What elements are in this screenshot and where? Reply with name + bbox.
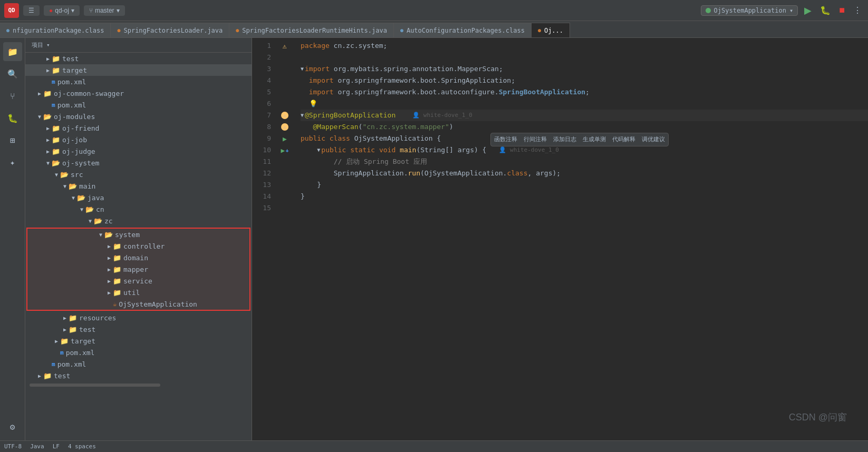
java-class-icon: ☕ [113, 300, 117, 308]
app-logo: QD [4, 3, 19, 18]
more-button[interactable]: ⋮ [851, 3, 864, 17]
tree-item-src[interactable]: ▼ 📂 src [25, 169, 252, 180]
tree-item-OjSystemApplication[interactable]: ☕ OjSystemApplication [27, 298, 249, 310]
folder-icon-judge: 📁 [52, 148, 60, 155]
folder-open-main: 📂 [69, 182, 77, 190]
tree-item-oj-judge[interactable]: ▶ 📁 oj-judge [25, 145, 252, 157]
code-line-13: } [301, 179, 868, 191]
tree-item-oj-job[interactable]: ▶ 📁 oj-job [25, 134, 252, 145]
activity-debug[interactable]: 🐛 [3, 109, 22, 127]
tree-item-pom2[interactable]: m pom.xml [25, 99, 252, 111]
activity-bar: 📁 🔍 ⑂ 🐛 ⊞ ✦ ⚙ [0, 38, 25, 440]
tree-item-mapper[interactable]: ▶ 📁 mapper [27, 263, 249, 275]
tree-item-oj-modules[interactable]: ▼ 📂 oj-modules [25, 111, 252, 122]
folder-icon-resources: 📁 [69, 314, 77, 322]
tab-SpringFactoriesLoader[interactable]: ● SpringFactoriesLoader.java [111, 23, 229, 37]
activity-settings[interactable]: ⚙ [3, 417, 22, 436]
tree-item-pom4[interactable]: m pom.xml [25, 358, 252, 370]
code-line-4: import org.springframework.boot.SpringAp… [301, 75, 868, 86]
gutter-icon-line9[interactable]: ▶ [277, 133, 292, 144]
titlebar: QD ☰ ● qd-oj ▾ ⑂ master ▾ OjSystemApplic… [0, 0, 868, 21]
tree-item-util[interactable]: ▶ 📁 util [27, 287, 249, 298]
folder-icon-job: 📁 [52, 136, 60, 144]
tree-item-service[interactable]: ▶ 📁 service [27, 275, 249, 287]
activity-extensions[interactable]: ⊞ [3, 131, 22, 150]
folder-open-system: 📂 [52, 159, 60, 167]
code-content[interactable]: package cn.zc.system; ▼ import org.mybat… [292, 38, 868, 440]
tree-item-target2[interactable]: ▶ 📁 target [25, 335, 252, 347]
code-line-14: } [301, 191, 868, 202]
tab-OjSystemApplication[interactable]: ● Oj... [532, 23, 570, 37]
tree-item-pom1[interactable]: m pom.xml [25, 76, 252, 87]
tab-SpringFactoriesLoaderRuntimeHints[interactable]: ● SpringFactoriesLoaderRuntimeHints.java [229, 23, 394, 37]
folder-icon: 📁 [52, 55, 60, 63]
code-line-3: ▼ import org.mybatis.spring.annotation.M… [301, 63, 868, 75]
folder-icon-friend: 📁 [52, 124, 60, 132]
tree-item-resources[interactable]: ▶ 📁 resources [25, 312, 252, 323]
folder-open-system-inner: 📂 [104, 231, 113, 239]
gutter-icon-line7[interactable]: ⚠ [277, 110, 292, 121]
activity-unknown[interactable]: ✦ [3, 153, 22, 172]
folder-icon-mapper: 📁 [113, 266, 121, 273]
tree-item-target[interactable]: ▶ 📁 target [25, 64, 252, 76]
gutter-icon-line8[interactable]: ⚠ [277, 121, 292, 133]
gutter-icon-line10[interactable]: ▶ + [277, 144, 292, 156]
run-button[interactable]: ▶ [802, 3, 814, 18]
tree-item-domain[interactable]: ▶ 📁 domain [27, 252, 249, 263]
menu-button[interactable]: ☰ [23, 5, 40, 16]
line-numbers: 1 2 3 4 5 6 7 8 9 10 11 12 13 14 15 [252, 38, 277, 440]
tree-item-controller[interactable]: ▶ 📁 controller [27, 240, 249, 252]
folder-open-cn: 📂 [85, 205, 94, 213]
lightbulb-icon: 💡 [309, 98, 317, 110]
pom-icon4: m [52, 361, 55, 368]
tabbar: ● nfigurationPackage.class ● SpringFacto… [0, 21, 868, 38]
activity-explorer[interactable]: 📁 [3, 42, 22, 61]
tab-nfigurationPackage[interactable]: ● nfigurationPackage.class [0, 23, 111, 37]
folder-icon-controller: 📁 [113, 242, 121, 250]
folder-open-zc: 📂 [94, 217, 102, 225]
tree-item-system[interactable]: ▼ 📂 system [27, 229, 249, 240]
debug-button[interactable]: 🐛 [818, 3, 833, 17]
sidebar-tree: ▶ 📁 test ▶ 📁 target m pom.xml [25, 53, 252, 440]
tree-item-main[interactable]: ▼ 📂 main [25, 180, 252, 192]
sidebar-header: 项目 ▾ [25, 38, 252, 53]
code-line-7: ▼ @SpringBootApplication 👤 white-dove_1_… [301, 110, 868, 121]
tree-item-test2[interactable]: ▶ 📁 test [25, 323, 252, 335]
code-line-1: package cn.zc.system; [301, 40, 868, 52]
folder-icon-target2: 📁 [60, 337, 69, 345]
tree-item-oj-common-swagger[interactable]: ▶ 📁 oj-common-swagger [25, 87, 252, 99]
folder-icon-util: 📁 [113, 289, 121, 297]
tab-icon-class: ● [6, 27, 9, 33]
tree-item-java[interactable]: ▼ 📂 java [25, 192, 252, 203]
code-line-10: ▼ public static void main (String[] args… [301, 144, 868, 156]
stop-button[interactable]: ■ [837, 3, 847, 18]
pom-icon3: m [60, 349, 64, 356]
code-line-11: // 启动 Spring Boot 应用 [301, 156, 868, 168]
folder-icon-test3: 📁 [43, 372, 52, 380]
code-line-6: 💡 [301, 98, 868, 110]
run-config-selector[interactable]: OjSystemApplication ▾ [701, 5, 798, 16]
pom-icon2: m [52, 102, 55, 109]
tree-item-cn[interactable]: ▼ 📂 cn [25, 203, 252, 215]
code-line-2 [301, 52, 868, 63]
activity-search[interactable]: 🔍 [3, 64, 22, 83]
editor: 1 2 3 4 5 6 7 8 9 10 11 12 13 14 15 ⚠ [252, 38, 868, 440]
branch-selector[interactable]: ⑂ master ▾ [84, 5, 125, 16]
tab-AutoConfigurationPackages[interactable]: ● AutoConfigurationPackages.class [394, 23, 532, 37]
tree-item-test3[interactable]: ▶ 📁 test [25, 370, 252, 381]
tab-icon-java3: ● [538, 27, 541, 33]
project-selector[interactable]: ● qd-oj ▾ [44, 5, 80, 16]
tab-icon-java2: ● [236, 27, 239, 33]
tree-item-pom3[interactable]: m pom.xml [25, 347, 252, 358]
tree-item-zc[interactable]: ▼ 📂 zc [25, 215, 252, 227]
run-status-dot [706, 8, 711, 13]
activity-git[interactable]: ⑂ [3, 86, 22, 105]
tree-item-test[interactable]: ▶ 📁 test [25, 53, 252, 64]
tree-item-oj-system[interactable]: ▼ 📂 oj-system [25, 157, 252, 169]
tab-icon-class2: ● [400, 27, 403, 33]
tree-item-oj-friend[interactable]: ▶ 📁 oj-friend [25, 122, 252, 134]
folder-icon-service: 📁 [113, 277, 121, 285]
code-line-5: import org.springframework.boot.autoconf… [301, 86, 868, 98]
folder-open-modules: 📂 [43, 113, 52, 121]
system-highlighted-group: ▼ 📂 system ▶ 📁 control [26, 228, 250, 311]
